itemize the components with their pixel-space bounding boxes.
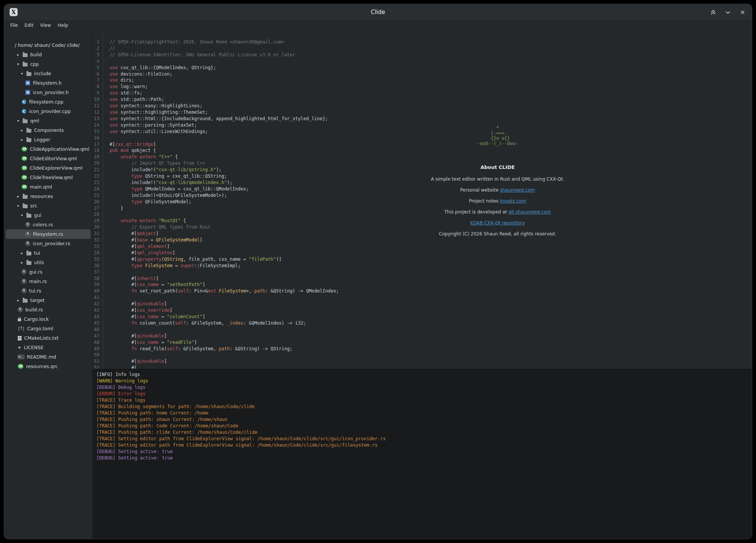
tree-item-build.rs[interactable]: Rbuild.rs <box>6 305 91 314</box>
code-line[interactable]: 36 type FileSystem = super::FileSystemIm… <box>93 263 752 269</box>
menu-item-edit[interactable]: Edit <box>22 22 36 29</box>
rust-file-icon: R <box>25 241 30 246</box>
tree-item-gui.rs[interactable]: Rgui.rs <box>6 267 91 277</box>
tree-item-clideapplicationview.qml[interactable]: QtClideApplicationView.qml <box>6 144 91 154</box>
link-shaunreed.com[interactable]: shaunreed.com <box>500 187 535 193</box>
code-line[interactable]: 47 #[qinvokable] <box>93 333 752 339</box>
code-line[interactable]: 46 <box>93 326 752 333</box>
tree-item-resources[interactable]: ▸resources <box>6 192 91 201</box>
tree-item-clideeditorview.qml[interactable]: QtClideEditorView.qml <box>6 154 91 163</box>
tree-item-icon_provider.rs[interactable]: Ricon_provider.rs <box>6 239 91 248</box>
chevron-down-icon[interactable]: ▾ <box>20 72 24 76</box>
tree-item-components[interactable]: ▸Components <box>6 125 91 135</box>
code-line[interactable]: 50 <box>93 352 752 358</box>
code-line[interactable]: 10use std::path::Path; <box>93 96 752 103</box>
code-line[interactable]: 13use syntect::html::{IncludeBackground,… <box>93 116 752 122</box>
tree-item-src[interactable]: ▾src <box>6 201 91 210</box>
code-line[interactable]: 38 #[inherit] <box>93 275 752 282</box>
code-line[interactable]: 40 fn set_root_path(self: Pin<&mut FileS… <box>93 288 752 294</box>
line-number: 15 <box>93 128 99 135</box>
code-line[interactable]: 34 #[qml_singleton] <box>93 250 752 256</box>
unshade-button[interactable] <box>724 8 732 16</box>
chevron-down-icon[interactable]: ▾ <box>16 204 20 208</box>
code-line[interactable]: 4 <box>93 58 752 65</box>
tree-item-logger[interactable]: ▸Logger <box>6 135 91 144</box>
code-line[interactable]: 37 <box>93 269 752 275</box>
tree-item-filesystem.h[interactable]: Hfilesystem.h <box>6 78 91 88</box>
code-line[interactable]: 52 #[ <box>93 365 752 369</box>
code-line[interactable]: 1// SPDX-FileCopyrightText: 2026, Shaun … <box>93 39 752 45</box>
code-line[interactable]: 45 fn column_count(self: &FileSystem, _i… <box>93 320 752 326</box>
chevron-down-icon[interactable]: ▾ <box>16 62 20 66</box>
code-line[interactable]: 42 #[qinvokable] <box>93 301 752 307</box>
chevron-right-icon[interactable]: ▸ <box>20 261 24 265</box>
tree-item-icon_provider.cpp[interactable]: Cicon_provider.cpp <box>6 107 91 116</box>
code-line[interactable]: 49 fn read_file(self: &FileSystem, path:… <box>93 346 752 352</box>
tree-item-main.rs[interactable]: Rmain.rs <box>6 277 91 286</box>
code-editor[interactable]: 1// SPDX-FileCopyrightText: 2026, Shaun … <box>93 31 752 369</box>
code-line[interactable]: 6use devicons::FileIcon; <box>93 71 752 77</box>
tree-item-resources.qrc[interactable]: Qtresources.qrc <box>6 362 91 371</box>
code-line[interactable]: 7use dirs; <box>93 77 752 84</box>
code-line[interactable]: 11use syntect::easy::HighlightLines; <box>93 103 752 109</box>
chevron-right-icon[interactable]: ▸ <box>20 138 24 142</box>
tree-item-cpp[interactable]: ▾cpp <box>6 59 91 69</box>
code-line[interactable]: 8use log::warn; <box>93 84 752 90</box>
tree-item-main.qml[interactable]: Qtmain.qml <box>6 182 91 192</box>
tree-item-cargo.lock[interactable]: Cargo.lock <box>6 314 91 324</box>
tree-item-icon_provider.h[interactable]: Hicon_provider.h <box>6 88 91 97</box>
tree-item-tui[interactable]: ▸tui <box>6 248 91 258</box>
tree-item-target[interactable]: ▸target <box>6 295 91 305</box>
tree-item-clidetreeview.qml[interactable]: QtClideTreeView.qml <box>6 173 91 182</box>
menu-item-help[interactable]: Help <box>55 22 71 29</box>
code-line[interactable]: 48 #[cxx_name = "readFile"] <box>93 339 752 346</box>
chevron-right-icon[interactable]: ▸ <box>20 128 24 132</box>
link-knoats.com[interactable]: knoats.com <box>500 198 526 204</box>
tree-item-qml[interactable]: ▾qml <box>6 116 91 125</box>
code-line[interactable]: 3// SPDX-License-Identifier: GNU General… <box>93 52 752 58</box>
tree-item-gui[interactable]: ▾gui <box>6 210 91 220</box>
log-panel[interactable]: [INFO] Info logs[WARN] Warning logs[DEBU… <box>93 369 752 539</box>
file-name: README.md <box>27 354 56 360</box>
chevron-right-icon[interactable]: ▸ <box>16 299 20 302</box>
link-git.shaunreed.com[interactable]: git.shaunreed.com <box>509 209 551 215</box>
chevron-down-icon[interactable]: ▾ <box>20 213 24 217</box>
file-name: Components <box>34 127 64 133</box>
tree-item-build[interactable]: ▸build <box>6 50 91 59</box>
code-line[interactable]: 35 #[qproperty(QString, file_path, cxx_n… <box>93 256 752 263</box>
tree-item-filesystem.cpp[interactable]: Cfilesystem.cpp <box>6 97 91 107</box>
code-line[interactable]: 43 #[cxx_override] <box>93 307 752 314</box>
tree-item-cargo.toml[interactable]: [T]Cargo.toml <box>6 324 91 333</box>
line-number: 17 <box>93 141 99 148</box>
tree-item-utils[interactable]: ▸utils <box>6 258 91 267</box>
chevron-right-icon[interactable]: ▸ <box>16 53 20 57</box>
tree-item-colors.rs[interactable]: Rcolors.rs <box>6 220 91 229</box>
link-kdab-cxx-qt-repository[interactable]: KDAB CXX-Qt repository <box>470 220 525 226</box>
code-line[interactable]: 5use cxx_qt_lib::{QModelIndex, QString}; <box>93 65 752 71</box>
tree-item-cmakelists.txt[interactable]: CMakeLists.txt <box>6 333 91 343</box>
tree-item-tui.rs[interactable]: Rtui.rs <box>6 286 91 295</box>
code-line[interactable]: 33 #[qml_element] <box>93 243 752 250</box>
chevron-right-icon[interactable]: ▸ <box>16 195 20 198</box>
menu-item-view[interactable]: View <box>37 22 54 29</box>
tree-item-include[interactable]: ▾include <box>6 69 91 78</box>
shade-button[interactable] <box>709 8 717 16</box>
code-line[interactable]: 39 #[cxx_name = "setRootPath"] <box>93 282 752 288</box>
title-bar[interactable]: X Clide <box>4 4 752 20</box>
tree-item-filesystem.rs[interactable]: Rfilesystem.rs <box>6 229 91 239</box>
tree-item-readme.md[interactable]: M↓README.md <box>6 352 91 362</box>
explorer-root-path[interactable]: / home/ shaun/ Code/ clide/ <box>4 40 92 50</box>
menu-item-file[interactable]: File <box>7 22 21 29</box>
chevron-down-icon[interactable]: ▾ <box>16 119 20 123</box>
code-line[interactable]: 9use std::fs; <box>93 90 752 96</box>
code-line[interactable]: 12use syntect::highlighting::ThemeSet; <box>93 109 752 116</box>
code-line[interactable]: 2// <box>93 45 752 52</box>
code-line[interactable]: 44 #[cxx_name = "columnCount"] <box>93 314 752 320</box>
tree-item-clideexplorerview.qml[interactable]: QtClideExplorerView.qml <box>6 163 91 173</box>
file-name: qml <box>30 118 39 124</box>
tree-item-license[interactable]: ★LICENSE <box>6 343 91 352</box>
close-button[interactable] <box>739 8 747 16</box>
code-line[interactable]: 51 #[qinvokable] <box>93 358 752 365</box>
chevron-right-icon[interactable]: ▸ <box>20 251 24 255</box>
code-line[interactable]: 41 <box>93 294 752 301</box>
